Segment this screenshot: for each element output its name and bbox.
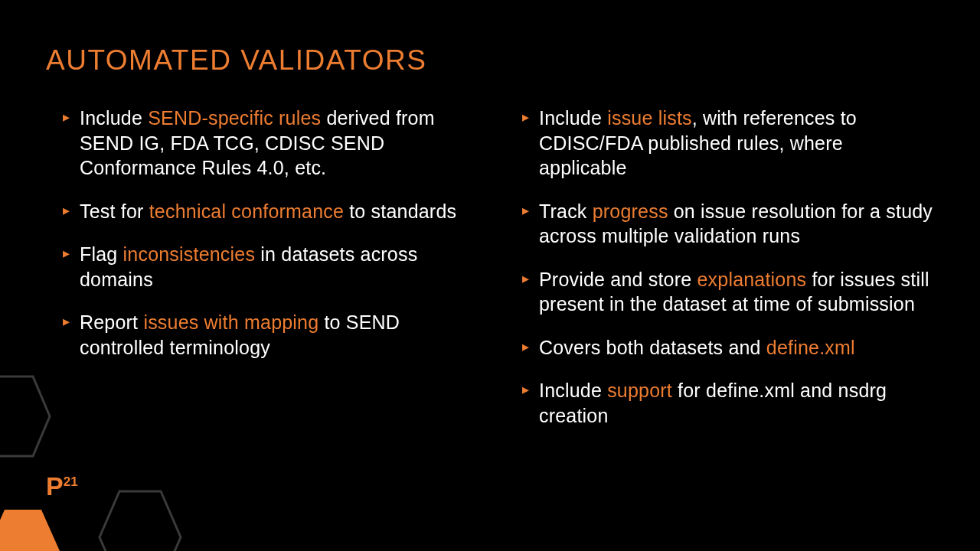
left-list: Include SEND-specific rules derived from… [46,106,475,360]
svg-marker-0 [0,377,50,456]
text: Test for [80,201,149,222]
right-column: Include issue lists, with references to … [505,106,934,446]
logo-super: 21 [64,474,78,489]
highlight: issues with mapping [143,311,318,333]
highlight: technical conformance [149,201,344,222]
list-item: Test for technical conformance to standa… [46,199,475,224]
slide: AUTOMATED VALIDATORS Include SEND-specif… [0,0,980,551]
text: Report [80,311,143,333]
left-column: Include SEND-specific rules derived from… [46,106,475,446]
list-item: Include support for define.xml and nsdrg… [505,378,934,428]
slide-title: AUTOMATED VALIDATORS [46,44,934,77]
list-item: Covers both datasets and define.xml [505,335,934,360]
highlight: explanations [697,269,807,290]
list-item: Include SEND-specific rules derived from… [46,106,475,181]
highlight: support [607,380,672,401]
list-item: Report issues with mapping to SEND contr… [46,310,475,360]
text: to standards [344,201,456,222]
list-item: Flag inconsistencies in datasets across … [46,242,475,292]
list-item: Include issue lists, with references to … [505,106,934,181]
highlight: SEND-specific rules [148,107,321,129]
hexagon-icon [98,490,182,551]
p21-logo: P21 [46,471,77,501]
text: Provide and store [539,269,697,290]
list-item: Track progress on issue resolution for a… [505,199,934,249]
text: Include [539,107,607,129]
svg-marker-2 [0,510,60,551]
text: Flag [80,243,123,265]
text: Include [80,107,148,129]
hexagon-icon [0,508,61,551]
highlight: progress [593,201,668,222]
highlight: issue lists [607,107,692,129]
svg-marker-1 [100,491,181,551]
content-columns: Include SEND-specific rules derived from… [46,106,934,446]
text: Include [539,380,607,401]
text: Track [539,201,593,222]
highlight: define.xml [766,337,855,358]
hexagon-icon [0,375,51,458]
right-list: Include issue lists, with references to … [505,106,934,428]
list-item: Provide and store explanations for issue… [505,267,934,317]
highlight: inconsistencies [123,243,256,265]
logo-letter: P [46,471,63,500]
text: Covers both datasets and [539,337,766,358]
